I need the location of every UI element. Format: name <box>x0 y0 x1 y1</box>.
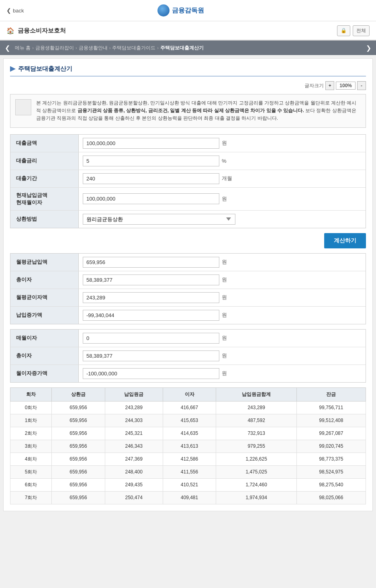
font-decrease-button[interactable]: - <box>357 81 366 90</box>
loan-period-input-wrap: 개월 <box>79 170 366 187</box>
table-cell: 6회차 <box>10 478 52 491</box>
table-cell: 409,481 <box>163 491 216 504</box>
interest-increase-value-wrap: 원 <box>79 365 366 382</box>
font-size-bar: 글자크기 + 100% - <box>10 81 366 90</box>
loan-rate-input-wrap: % <box>79 152 366 170</box>
info-box-image <box>15 99 31 115</box>
current-payment-unit: 원 <box>222 195 227 203</box>
page-title-icon <box>10 66 16 72</box>
back-label: back <box>13 8 24 14</box>
monthly-avg-interest-row: 월평균이자액 원 <box>10 289 366 307</box>
total-interest-row-1: 총이자 원 <box>10 271 366 289</box>
total-interest-unit-2: 원 <box>222 352 227 359</box>
monthly-avg-label: 월평균납입액 <box>10 254 79 271</box>
table-cell: 99,756,711 <box>296 401 366 414</box>
table-cell: 1,475,025 <box>216 465 296 478</box>
breadcrumb-item-1[interactable]: 금융생활길라잡이 <box>35 45 74 51</box>
table-cell: 659,956 <box>51 491 105 504</box>
table-cell: 659,956 <box>51 414 105 427</box>
table-cell: 3회차 <box>10 440 52 453</box>
breadcrumb-prev-button[interactable]: ❮ <box>3 44 12 52</box>
breadcrumb-next-button[interactable]: ❯ <box>364 44 373 52</box>
sub-header-right: 🔒 전체 <box>337 25 370 36</box>
table-header-round: 회차 <box>10 387 52 401</box>
table-cell: 1,226,625 <box>216 453 296 465</box>
table-cell: 659,956 <box>51 465 105 478</box>
repay-method-select-wrap: 원리금균등상환 원금균등상환 만기일시상환 <box>79 211 366 228</box>
monthly-avg-interest-value-wrap: 원 <box>79 289 366 306</box>
input-form-section: 대출금액 원 대출금리 % 대출기간 개월 현재납입금액 현재월이자 <box>10 134 366 228</box>
font-size-label: 글자크기 <box>304 82 324 89</box>
all-button[interactable]: 전체 <box>353 25 370 36</box>
current-payment-label: 현재납입금액 현재월이자 <box>10 188 79 210</box>
table-cell: 98,524,975 <box>296 465 366 478</box>
table-header-interest: 이자 <box>163 387 216 401</box>
result-section-1: 월평균납입액 원 총이자 원 월평균이자액 원 납입증가액 원 <box>10 253 366 324</box>
logo-text: 금융감독원 <box>172 6 204 15</box>
total-interest-value-wrap-1: 원 <box>79 271 366 289</box>
font-increase-button[interactable]: + <box>325 81 334 90</box>
loan-amount-row: 대출금액 원 <box>10 135 366 152</box>
monthly-interest-unit: 원 <box>222 334 227 342</box>
monthly-interest-row: 매월이자 원 <box>10 330 366 347</box>
table-cell: 410,521 <box>163 478 216 491</box>
breadcrumb-item-3[interactable]: 주택담보대출가이드 <box>112 45 155 51</box>
back-button[interactable]: ❮ back <box>6 7 24 14</box>
loan-rate-row: 대출금리 % <box>10 152 366 170</box>
breadcrumb: 메뉴 홈 › 금융생활길라잡이 › 금융생활안내 › 주택담보대출가이드 › 주… <box>12 45 364 51</box>
breadcrumb-bar: ❮ 메뉴 홈 › 금융생활길라잡이 › 금융생활안내 › 주택담보대출가이드 ›… <box>0 41 376 55</box>
table-cell: 250,474 <box>105 491 163 504</box>
loan-amount-input[interactable] <box>83 138 219 149</box>
calc-button[interactable]: 계산하기 <box>324 233 366 248</box>
table-cell: 659,956 <box>51 478 105 491</box>
table-row: 4회차659,956247,369412,5861,226,62598,773,… <box>10 453 366 465</box>
payment-increase-row: 납입증가액 원 <box>10 307 366 324</box>
current-payment-input[interactable] <box>83 193 219 204</box>
monthly-interest-label: 매월이자 <box>10 330 79 347</box>
sub-header: 🏠 금융소비자보호처 🔒 전체 <box>0 21 376 41</box>
repayment-table: 회차 상환금 납입원금 이자 납입원금합계 잔금 0회차659,956243,2… <box>10 387 366 504</box>
total-interest-unit-1: 원 <box>222 276 227 283</box>
table-row: 7회차659,956250,474409,4811,974,93498,025,… <box>10 491 366 504</box>
breadcrumb-item-4[interactable]: 주택담보대출계산기 <box>160 45 204 51</box>
table-cell: 99,267,087 <box>296 427 366 440</box>
table-row: 2회차659,956245,321414,635732,91399,267,08… <box>10 427 366 440</box>
loan-period-input[interactable] <box>83 173 219 184</box>
lock-button[interactable]: 🔒 <box>337 25 350 36</box>
table-cell: 98,275,540 <box>296 478 366 491</box>
loan-period-label: 대출기간 <box>10 170 79 187</box>
breadcrumb-item-2[interactable]: 금융생활안내 <box>79 45 108 51</box>
table-cell: 1,724,460 <box>216 478 296 491</box>
table-cell: 412,586 <box>163 453 216 465</box>
table-cell: 7회차 <box>10 491 52 504</box>
table-cell: 0회차 <box>10 401 52 414</box>
table-cell: 99,020,745 <box>296 440 366 453</box>
table-cell: 98,773,375 <box>296 453 366 465</box>
table-cell: 411,556 <box>163 465 216 478</box>
table-cell: 414,635 <box>163 427 216 440</box>
payment-increase-value <box>83 310 219 321</box>
table-cell: 247,369 <box>105 453 163 465</box>
repay-method-label: 상환방법 <box>10 211 79 228</box>
loan-rate-input[interactable] <box>83 156 219 166</box>
interest-increase-unit: 원 <box>222 370 227 377</box>
main-content: 주택담보대출계산기 글자크기 + 100% - 본 계산기는 원리금균등분할상환… <box>3 58 373 511</box>
total-interest-label-1: 총이자 <box>10 271 79 289</box>
repay-method-select[interactable]: 원리금균등상환 원금균등상환 만기일시상환 <box>83 214 235 225</box>
sub-header-left: 🏠 금융소비자보호처 <box>6 27 66 35</box>
table-cell: 98,025,066 <box>296 491 366 504</box>
payment-increase-unit: 원 <box>222 311 227 319</box>
monthly-interest-value <box>83 333 219 344</box>
current-payment-row: 현재납입금액 현재월이자 원 <box>10 188 366 211</box>
table-cell: 248,400 <box>105 465 163 478</box>
table-cell: 659,956 <box>51 427 105 440</box>
logo-globe-icon <box>157 4 170 16</box>
table-row: 3회차659,956246,343413,613979,25599,020,74… <box>10 440 366 453</box>
font-size-percent: 100% <box>336 82 356 90</box>
monthly-avg-interest-value <box>83 292 219 303</box>
breadcrumb-item-0[interactable]: 메뉴 홈 <box>15 45 31 51</box>
loan-rate-label: 대출금리 <box>10 152 79 170</box>
table-cell: 732,913 <box>216 427 296 440</box>
result-section-2: 매월이자 원 총이자 원 월이자증가액 원 <box>10 329 366 383</box>
monthly-avg-unit: 원 <box>222 258 227 266</box>
